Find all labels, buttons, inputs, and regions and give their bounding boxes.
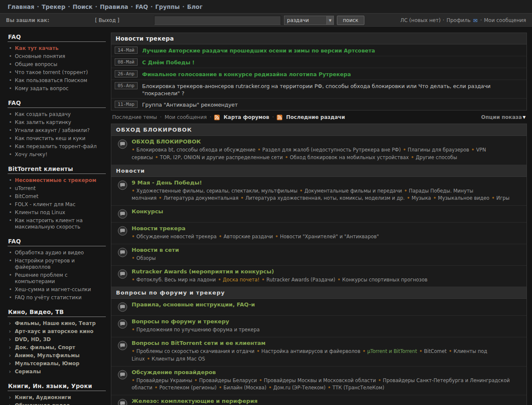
sidebar-link[interactable]: Сериалы <box>15 369 41 375</box>
subforum-link[interactable]: Билайн (Москва) <box>223 385 266 391</box>
forum-link[interactable]: Вопросы по BitTorrent сети и ее клиентам <box>132 340 265 346</box>
subforum-link[interactable]: Художественные фильмы, сериалы, спектакл… <box>136 188 297 194</box>
sidebar-link[interactable]: Кому задать вопрос <box>15 85 69 91</box>
sidebar-link[interactable]: Хеш-сумма и магнет-ссылки <box>15 287 91 292</box>
sidebar-link[interactable]: Решение проблем с компьютерами <box>15 272 68 284</box>
subforum-link[interactable]: Доска почета! <box>223 277 259 283</box>
quick-link[interactable]: Мои сообщения <box>165 114 207 120</box>
sidebar-link[interactable]: uTorrent <box>15 185 36 191</box>
sidebar-link[interactable]: DVD, HD, 3D <box>15 336 51 342</box>
sidebar-link[interactable]: Аниме, Мультфильмы <box>15 353 80 358</box>
sidebar-link[interactable]: Как настроить клиент на максимальную ско… <box>15 218 83 230</box>
sidebar-link[interactable]: Как перезалить торрент-файл <box>15 143 96 149</box>
subforum-link[interactable]: µTorrent и BitTorrent <box>367 348 417 354</box>
category-header[interactable]: Вопросы по форуму и трекеру <box>111 287 526 299</box>
subforum-link[interactable]: Литература художественная, ноты, комиксы… <box>245 195 405 201</box>
subforum-link[interactable]: Обход блокировок на мобильных устройства… <box>290 154 409 160</box>
topnav-item[interactable]: Блог <box>187 3 203 10</box>
topnav-item[interactable]: Группы <box>155 3 180 10</box>
sidebar-link[interactable]: Фильмы, Наше кино, Театр <box>15 320 96 326</box>
subforum-link[interactable]: Другие способы <box>416 154 457 160</box>
search-category-select[interactable]: раздачи ▼ <box>284 16 334 25</box>
subforum-link[interactable]: BitComet <box>424 348 447 354</box>
subforum-link[interactable]: Литература документальная <box>163 195 238 201</box>
sidebar-link[interactable]: Клиенты под Linux <box>15 209 65 215</box>
sidebar-link[interactable]: Обучающее видео <box>15 402 70 405</box>
subforum-link[interactable]: Настройка антивирусов и файерволов <box>262 348 361 354</box>
topnav-item[interactable]: Трекер <box>41 3 65 10</box>
subforum-link[interactable]: Обзоры <box>136 255 156 261</box>
news-link[interactable]: Лучшие Авторские раздачи прошедших осени… <box>142 46 375 55</box>
sidebar-link[interactable]: Обработка аудио и видео <box>15 250 84 256</box>
sidebar-link[interactable]: Основные понятия <box>15 53 65 59</box>
user-link[interactable]: ЛС (новых нет) <box>400 17 441 23</box>
sidebar-link[interactable]: Несовместимые с трекером <box>15 177 96 183</box>
subforum-link[interactable]: Ростелеком (регионы) <box>159 385 216 391</box>
forum-link[interactable]: 9 Мая - День Победы! <box>132 179 202 186</box>
sidebar-link[interactable]: Док. фильмы, Спорт <box>15 344 75 350</box>
subforum-link[interactable]: Плагины для браузеров <box>408 147 469 153</box>
subforum-link[interactable]: Музыка <box>411 195 431 201</box>
subforum-link[interactable]: Блокировка bt, способы обхода и обсужден… <box>136 147 255 153</box>
topnav-item[interactable]: Правила <box>100 3 128 10</box>
sidebar-link[interactable]: Книги, Аудиокниги <box>15 394 71 400</box>
news-link[interactable]: С Днём Победы ! <box>142 58 195 66</box>
sidebar-link[interactable]: Как пользоваться Поиском <box>15 77 87 83</box>
sidebar-link[interactable]: Хочу лычку! <box>15 152 47 157</box>
sidebar-link[interactable]: Как тут качать <box>15 45 58 51</box>
forum-link[interactable]: Обсуждение провайдеров <box>132 369 216 375</box>
quick-link[interactable]: Последние раздачи <box>286 114 345 120</box>
quick-link[interactable]: Карта форумов <box>223 114 269 120</box>
category-header[interactable]: Новости <box>111 165 526 177</box>
forum-link[interactable]: Железо: комплектующие и периферия <box>132 398 258 404</box>
search-button[interactable]: поиск <box>337 16 364 25</box>
forum-link[interactable]: Конкурсы <box>132 208 163 215</box>
sidebar-link[interactable]: Общие вопросы <box>15 61 57 67</box>
sidebar-link[interactable]: Что такое torrent (торрент) <box>15 69 88 75</box>
sidebar-link[interactable]: Как создать раздачу <box>15 111 71 117</box>
category-header[interactable]: ОБХОД БЛОКИРОВОК <box>111 124 526 136</box>
sidebar-link[interactable]: FAQ по учёту статистики <box>15 295 82 300</box>
logout-link[interactable]: [ Выход ] <box>95 17 119 23</box>
subforum-link[interactable]: Музыкальное видео <box>438 195 490 201</box>
forum-link[interactable]: Rutracker Awards (мероприятия и конкурсы… <box>132 268 274 275</box>
subforum-link[interactable]: Провайдеры Украины <box>136 377 192 383</box>
subforum-link[interactable]: Клиенты для Mac OS <box>152 356 205 362</box>
subforum-link[interactable]: Rutracker Awards (Раздачи) <box>266 277 335 283</box>
sidebar-link[interactable]: Настройки роутеров и файерволлов <box>15 258 75 270</box>
subforum-link[interactable]: Обсуждение новостей трекера <box>136 234 216 240</box>
sidebar-link[interactable]: Как почистить кеш и куки <box>15 135 85 141</box>
sidebar-link[interactable]: Арт-хаус и авторское кино <box>15 328 94 334</box>
sidebar-link[interactable]: BitComet <box>15 193 39 199</box>
subforum-link[interactable]: Фотоклуб. Весь мир на ладони <box>136 277 216 283</box>
subforum-link[interactable]: TOR, I2P, ONION и другие распределенные … <box>160 154 283 160</box>
topnav-item[interactable]: Главная <box>8 3 34 10</box>
subforum-link[interactable]: Раздел для жалоб (недоступность Рутрекер… <box>262 147 401 153</box>
sidebar-link[interactable]: Мультсериалы, Юмор <box>15 361 80 366</box>
sidebar-link[interactable]: Угнали аккаунт / забанили? <box>15 127 90 133</box>
subforum-link[interactable]: Дом.ru (ЭР-Телеком) <box>273 385 325 391</box>
forum-link[interactable]: Новости трекера <box>132 225 185 231</box>
subforum-link[interactable]: Провайдеры Москвы и Московской области <box>264 377 376 383</box>
subforum-link[interactable]: Предложения по улучшению форума и трекер… <box>136 327 259 333</box>
user-link[interactable]: Мои сообщения <box>484 17 526 23</box>
subforum-link[interactable]: Авторские раздачи <box>223 234 273 240</box>
topnav-item[interactable]: FAQ <box>135 3 148 10</box>
subforum-link[interactable]: Игры <box>496 195 510 201</box>
quick-link[interactable]: Последние темы <box>112 114 157 120</box>
sidebar-link[interactable]: Как залить картинку <box>15 119 71 125</box>
forum-link[interactable]: Новости в сети <box>132 247 179 253</box>
news-link[interactable]: Блокировка трекеров-анонсеров rutracker.… <box>142 81 523 97</box>
topnav-item[interactable]: Поиск <box>73 3 93 10</box>
forum-link[interactable]: ОБХОД БЛОКИРОВОК <box>132 138 201 145</box>
sidebar-link[interactable]: FOLX - клиент для Mac <box>15 201 75 207</box>
display-options-button[interactable]: Опции показа▼ <box>481 114 526 120</box>
subforum-link[interactable]: Провайдеры Беларуси <box>199 377 257 383</box>
news-link[interactable]: Финальное голосование в конкурсе редизай… <box>142 69 351 78</box>
forum-link[interactable]: Вопросы по форуму и трекеру <box>132 318 229 325</box>
subforum-link[interactable]: Новости "Хранителей" и "Антикваров" <box>280 234 379 240</box>
subforum-link[interactable]: Документальные фильмы и передачи <box>304 188 402 194</box>
search-input[interactable] <box>154 16 281 25</box>
subforum-link[interactable]: Конкурсы спортивных прогнозов <box>342 277 427 283</box>
news-link[interactable]: Группа "Антиквары" рекомендует <box>142 100 238 109</box>
